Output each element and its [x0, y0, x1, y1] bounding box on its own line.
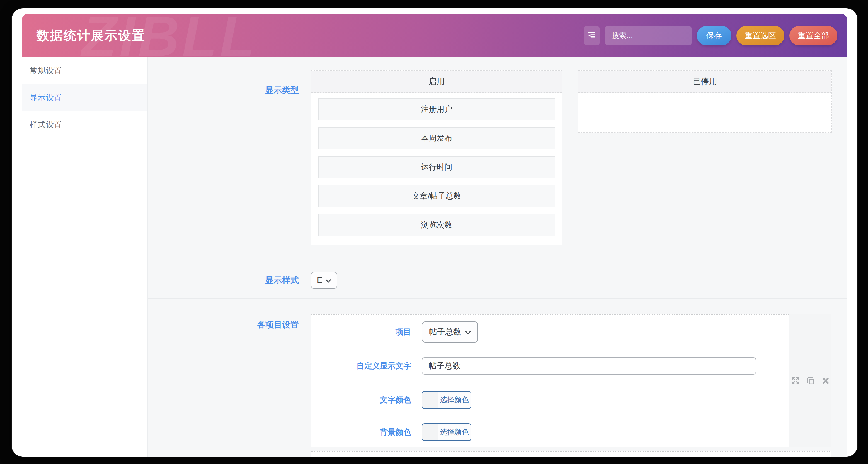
disabled-panel-body[interactable] — [579, 93, 832, 132]
chevron-down-icon — [326, 276, 331, 285]
disabled-panel-title: 已停用 — [579, 71, 832, 93]
display-type-row: 显示类型 启用 注册用户 本周发布 运行时间 文章/帖子总数 浏览次数 已停 — [148, 57, 847, 262]
display-style-row: 显示样式 E — [148, 262, 847, 299]
repeater-item-controls — [789, 314, 832, 447]
text-color-picker[interactable]: 选择颜色 — [422, 391, 471, 409]
sidebar-item-style[interactable]: 样式设置 — [22, 111, 148, 138]
item-settings-label: 各项目设置 — [148, 299, 299, 457]
project-select[interactable]: 帖子总数 — [422, 322, 478, 342]
drag-item-week-published[interactable]: 本周发布 — [318, 127, 555, 149]
project-label: 项目 — [311, 327, 422, 337]
repeater-card: 项目 帖子总数 自定义显示文字 — [311, 314, 789, 447]
display-style-select[interactable]: E — [311, 272, 337, 289]
drag-item-registered-users[interactable]: 注册用户 — [318, 98, 555, 120]
display-style-label: 显示样式 — [148, 275, 299, 286]
project-field-row: 项目 帖子总数 — [311, 315, 789, 349]
collapse-list-icon-button[interactable] — [584, 26, 600, 45]
drag-item-view-count[interactable]: 浏览次数 — [318, 214, 555, 236]
search-input[interactable] — [605, 26, 692, 45]
next-repeater-item-partial — [311, 451, 832, 457]
custom-text-field-row: 自定义显示文字 — [311, 349, 789, 383]
enabled-panel-title: 启用 — [311, 71, 562, 93]
repeater-item: 项目 帖子总数 自定义显示文字 — [311, 314, 832, 447]
text-color-swatch — [422, 392, 438, 408]
page-header: ZIBLL 数据统计展示设置 保存 — [22, 14, 847, 57]
settings-sidebar: 常规设置 显示设置 样式设置 — [22, 57, 148, 457]
settings-main: 显示类型 启用 注册用户 本周发布 运行时间 文章/帖子总数 浏览次数 已停 — [148, 57, 847, 457]
text-color-label: 文字颜色 — [311, 395, 422, 405]
custom-text-input[interactable] — [422, 357, 756, 374]
bg-color-picker[interactable]: 选择颜色 — [422, 423, 471, 441]
display-style-select-value: E — [317, 276, 322, 285]
disabled-panel: 已停用 — [578, 70, 832, 133]
page-body: 常规设置 显示设置 样式设置 显示类型 启用 注册用户 本周发布 运行时间 文章… — [22, 57, 847, 457]
reset-all-button[interactable]: 重置全部 — [789, 26, 837, 45]
reset-selection-button[interactable]: 重置选区 — [737, 26, 784, 45]
project-select-value: 帖子总数 — [429, 326, 461, 337]
enabled-panel-body: 注册用户 本周发布 运行时间 文章/帖子总数 浏览次数 — [311, 93, 562, 244]
item-settings-row: 各项目设置 项目 帖子总数 — [148, 299, 847, 457]
move-icon[interactable] — [791, 376, 800, 385]
header-controls: 保存 重置选区 重置全部 — [584, 26, 837, 45]
indent-list-icon — [587, 31, 596, 41]
bg-color-field-row: 背景颜色 选择颜色 — [311, 417, 789, 447]
chevron-down-icon — [465, 327, 471, 336]
bg-color-label: 背景颜色 — [311, 427, 422, 437]
drag-item-uptime[interactable]: 运行时间 — [318, 156, 555, 178]
page-title: 数据统计展示设置 — [36, 27, 146, 44]
bg-color-swatch — [422, 424, 438, 440]
bg-color-picker-label: 选择颜色 — [438, 424, 471, 440]
copy-icon[interactable] — [806, 376, 815, 385]
sidebar-item-general[interactable]: 常规设置 — [22, 57, 148, 85]
custom-text-label: 自定义显示文字 — [311, 361, 422, 371]
text-color-picker-label: 选择颜色 — [438, 392, 471, 408]
drag-item-total-posts[interactable]: 文章/帖子总数 — [318, 185, 555, 207]
save-button[interactable]: 保存 — [697, 26, 732, 45]
sidebar-item-display[interactable]: 显示设置 — [22, 85, 148, 111]
text-color-field-row: 文字颜色 选择颜色 — [311, 383, 789, 417]
close-icon[interactable] — [821, 376, 830, 385]
settings-window: ZIBLL 数据统计展示设置 保存 — [12, 8, 858, 457]
display-type-label: 显示类型 — [148, 57, 299, 262]
enabled-panel: 启用 注册用户 本周发布 运行时间 文章/帖子总数 浏览次数 — [311, 70, 562, 245]
